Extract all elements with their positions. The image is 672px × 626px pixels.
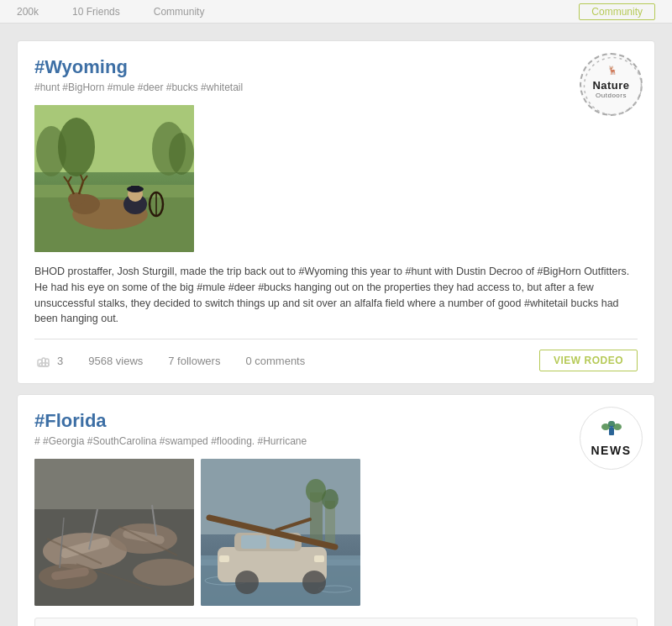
followers-count: 7 followers [168, 355, 220, 367]
svg-line-16 [81, 175, 83, 181]
like-stat[interactable]: 3 [34, 351, 63, 370]
top-nav-items: 200k 10 Friends Community [17, 6, 204, 18]
comments-count: 0 comments [245, 355, 305, 367]
svg-point-38 [133, 559, 194, 586]
svg-rect-59 [241, 535, 266, 549]
svg-rect-27 [39, 363, 49, 366]
boats-scene-svg [34, 459, 194, 606]
svg-point-61 [235, 571, 259, 594]
svg-point-62 [302, 571, 326, 594]
wyoming-hunting-image [34, 105, 194, 252]
wyoming-image-container [34, 105, 638, 252]
florida-images-grid [34, 459, 638, 606]
svg-line-13 [64, 176, 68, 182]
wyoming-post-stats: 3 9568 views 7 followers 0 comments VIEW… [34, 350, 638, 371]
boats-wreckage-image [34, 459, 194, 606]
news-badge: NEWS [580, 407, 643, 470]
wyoming-post-title: #Wyoming [34, 56, 638, 78]
svg-rect-8 [34, 185, 194, 197]
svg-point-52 [322, 489, 339, 509]
page-wrapper: 🦌 Nature Outdoors #Wyoming #hunt #BigHor… [8, 32, 664, 626]
svg-point-32 [608, 421, 615, 426]
nav-item-community: Community [154, 6, 205, 18]
views-count: 9568 views [88, 355, 143, 367]
svg-text:🦌: 🦌 [607, 65, 618, 76]
svg-rect-29 [609, 428, 614, 435]
view-rodeo-button[interactable]: VIEW RODEO [539, 350, 638, 371]
florida-post-card: NEWS #Florida # #Georgia #SouthCarolina … [17, 394, 655, 626]
svg-rect-21 [131, 186, 139, 191]
news-badge-icon [599, 420, 624, 444]
comments-stat: 0 comments [245, 355, 305, 367]
svg-point-4 [58, 118, 95, 176]
flooded-car-image [201, 459, 360, 606]
news-badge-label: NEWS [591, 444, 632, 457]
svg-point-6 [169, 133, 194, 175]
top-nav: 200k 10 Friends Community Community [0, 0, 672, 24]
flooded-car-svg [201, 459, 360, 606]
wyoming-post-card: 🦌 Nature Outdoors #Wyoming #hunt #BigHor… [17, 40, 655, 384]
nav-item-stats: 200k [17, 6, 39, 18]
svg-line-17 [83, 176, 87, 181]
florida-post-tags: # #Georgia #SouthCarolina #swamped #floo… [34, 435, 638, 447]
florida-post-title: #Florida [34, 410, 638, 432]
nature-badge-label: Nature [592, 79, 629, 92]
svg-point-11 [68, 192, 85, 206]
followers-stat: 7 followers [168, 355, 220, 367]
wyoming-post-description: BHOD prostaffer, Josh Sturgill, made the… [34, 264, 638, 327]
florida-caption-box: Millions of people remain without power … [34, 618, 638, 626]
svg-line-14 [68, 176, 71, 182]
nav-item-friends: 10 Friends [72, 6, 120, 18]
florida-images-container [34, 459, 638, 606]
wyoming-post-tags: #hunt #BigHorn #mule #deer #bucks #white… [34, 82, 638, 93]
wyoming-divider [34, 339, 638, 339]
svg-rect-66 [314, 555, 324, 562]
nature-badge-sub: Outdoors [596, 92, 627, 99]
hunting-scene-svg [34, 105, 194, 252]
views-stat: 9568 views [88, 355, 143, 367]
svg-rect-34 [34, 459, 194, 509]
fist-icon [34, 351, 53, 370]
community-button[interactable]: Community [579, 3, 655, 20]
nature-badge: 🦌 Nature Outdoors [580, 53, 643, 116]
svg-rect-65 [219, 555, 229, 562]
like-count: 3 [57, 355, 63, 367]
